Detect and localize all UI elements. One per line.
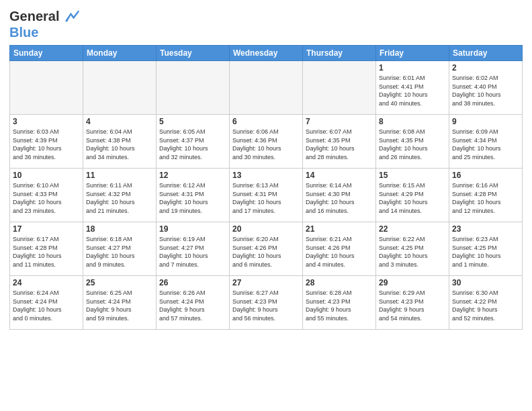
day-info: Sunrise: 6:15 AM Sunset: 4:29 PM Dayligh… xyxy=(379,181,446,215)
day-number: 15 xyxy=(379,171,446,180)
day-info: Sunrise: 6:22 AM Sunset: 4:25 PM Dayligh… xyxy=(379,235,446,269)
day-info: Sunrise: 6:28 AM Sunset: 4:23 PM Dayligh… xyxy=(306,289,373,322)
day-number: 3 xyxy=(13,117,80,126)
day-info: Sunrise: 6:09 AM Sunset: 4:34 PM Dayligh… xyxy=(452,128,519,161)
day-number: 23 xyxy=(452,224,519,234)
day-info: Sunrise: 6:08 AM Sunset: 4:35 PM Dayligh… xyxy=(379,128,446,161)
calendar-cell: 12Sunrise: 6:12 AM Sunset: 4:31 PM Dayli… xyxy=(157,169,230,222)
calendar-cell: 20Sunrise: 6:20 AM Sunset: 4:26 PM Dayli… xyxy=(230,222,303,276)
day-info: Sunrise: 6:14 AM Sunset: 4:30 PM Dayligh… xyxy=(306,181,373,215)
day-info: Sunrise: 6:27 AM Sunset: 4:23 PM Dayligh… xyxy=(232,289,300,322)
calendar-cell: 24Sunrise: 6:24 AM Sunset: 4:24 PM Dayli… xyxy=(10,276,83,330)
weekday-header-saturday: Saturday xyxy=(449,46,523,61)
day-info: Sunrise: 6:25 AM Sunset: 4:24 PM Dayligh… xyxy=(86,289,153,322)
day-number: 21 xyxy=(306,224,373,234)
day-number: 7 xyxy=(306,117,373,126)
day-number: 29 xyxy=(379,278,446,287)
day-info: Sunrise: 6:07 AM Sunset: 4:35 PM Dayligh… xyxy=(306,128,373,161)
calendar-cell: 6Sunrise: 6:06 AM Sunset: 4:36 PM Daylig… xyxy=(230,115,303,169)
day-info: Sunrise: 6:12 AM Sunset: 4:31 PM Dayligh… xyxy=(159,181,226,215)
calendar-header-row: SundayMondayTuesdayWednesdayThursdayFrid… xyxy=(10,46,523,61)
calendar-cell: 26Sunrise: 6:26 AM Sunset: 4:24 PM Dayli… xyxy=(157,276,230,330)
day-number: 25 xyxy=(86,278,153,287)
calendar-cell: 19Sunrise: 6:19 AM Sunset: 4:27 PM Dayli… xyxy=(157,222,230,276)
day-info: Sunrise: 6:29 AM Sunset: 4:23 PM Dayligh… xyxy=(379,289,446,322)
calendar-week-4: 17Sunrise: 6:17 AM Sunset: 4:28 PM Dayli… xyxy=(10,222,523,276)
calendar-cell: 23Sunrise: 6:23 AM Sunset: 4:25 PM Dayli… xyxy=(449,222,523,276)
calendar-cell xyxy=(10,61,83,115)
calendar-cell: 28Sunrise: 6:28 AM Sunset: 4:23 PM Dayli… xyxy=(303,276,376,330)
day-number: 8 xyxy=(379,117,446,126)
day-info: Sunrise: 6:04 AM Sunset: 4:38 PM Dayligh… xyxy=(86,128,153,161)
day-number: 19 xyxy=(159,224,226,234)
calendar-cell: 10Sunrise: 6:10 AM Sunset: 4:33 PM Dayli… xyxy=(10,169,83,222)
weekday-header-wednesday: Wednesday xyxy=(230,46,303,61)
day-number: 4 xyxy=(86,117,153,126)
day-info: Sunrise: 6:05 AM Sunset: 4:37 PM Dayligh… xyxy=(159,128,226,161)
day-info: Sunrise: 6:21 AM Sunset: 4:26 PM Dayligh… xyxy=(306,235,373,269)
weekday-header-tuesday: Tuesday xyxy=(157,46,230,61)
day-info: Sunrise: 6:11 AM Sunset: 4:32 PM Dayligh… xyxy=(86,181,153,215)
day-number: 11 xyxy=(86,171,153,180)
calendar-table: SundayMondayTuesdayWednesdayThursdayFrid… xyxy=(9,45,523,330)
calendar-cell: 5Sunrise: 6:05 AM Sunset: 4:37 PM Daylig… xyxy=(157,115,230,169)
calendar-cell: 7Sunrise: 6:07 AM Sunset: 4:35 PM Daylig… xyxy=(303,115,376,169)
calendar-cell: 29Sunrise: 6:29 AM Sunset: 4:23 PM Dayli… xyxy=(376,276,449,330)
weekday-header-friday: Friday xyxy=(376,46,449,61)
day-info: Sunrise: 6:02 AM Sunset: 4:40 PM Dayligh… xyxy=(452,74,519,107)
svg-marker-0 xyxy=(65,10,79,22)
calendar-cell: 14Sunrise: 6:14 AM Sunset: 4:30 PM Dayli… xyxy=(303,169,376,222)
day-number: 16 xyxy=(452,171,519,180)
calendar-cell: 22Sunrise: 6:22 AM Sunset: 4:25 PM Dayli… xyxy=(376,222,449,276)
day-number: 9 xyxy=(452,117,519,126)
day-number: 10 xyxy=(13,171,80,180)
calendar-week-1: 1Sunrise: 6:01 AM Sunset: 4:41 PM Daylig… xyxy=(10,61,523,115)
day-info: Sunrise: 6:23 AM Sunset: 4:25 PM Dayligh… xyxy=(452,235,519,269)
day-info: Sunrise: 6:26 AM Sunset: 4:24 PM Dayligh… xyxy=(159,289,226,322)
calendar-week-5: 24Sunrise: 6:24 AM Sunset: 4:24 PM Dayli… xyxy=(10,276,523,330)
calendar-cell: 25Sunrise: 6:25 AM Sunset: 4:24 PM Dayli… xyxy=(83,276,157,330)
calendar-cell: 9Sunrise: 6:09 AM Sunset: 4:34 PM Daylig… xyxy=(449,115,523,169)
calendar-cell: 17Sunrise: 6:17 AM Sunset: 4:28 PM Dayli… xyxy=(10,222,83,276)
calendar-cell: 8Sunrise: 6:08 AM Sunset: 4:35 PM Daylig… xyxy=(376,115,449,169)
weekday-header-sunday: Sunday xyxy=(10,46,83,61)
day-number: 24 xyxy=(13,278,80,287)
weekday-header-thursday: Thursday xyxy=(303,46,376,61)
calendar-cell: 21Sunrise: 6:21 AM Sunset: 4:26 PM Dayli… xyxy=(303,222,376,276)
day-number: 13 xyxy=(232,171,300,180)
day-info: Sunrise: 6:16 AM Sunset: 4:28 PM Dayligh… xyxy=(452,181,519,215)
day-info: Sunrise: 6:18 AM Sunset: 4:27 PM Dayligh… xyxy=(86,235,153,269)
day-info: Sunrise: 6:10 AM Sunset: 4:33 PM Dayligh… xyxy=(13,181,80,215)
day-number: 22 xyxy=(379,224,446,234)
day-number: 6 xyxy=(232,117,300,126)
calendar-cell: 11Sunrise: 6:11 AM Sunset: 4:32 PM Dayli… xyxy=(83,169,157,222)
weekday-header-monday: Monday xyxy=(83,46,157,61)
calendar-cell: 3Sunrise: 6:03 AM Sunset: 4:39 PM Daylig… xyxy=(10,115,83,169)
day-number: 18 xyxy=(86,224,153,234)
day-info: Sunrise: 6:30 AM Sunset: 4:22 PM Dayligh… xyxy=(452,289,519,322)
calendar-week-2: 3Sunrise: 6:03 AM Sunset: 4:39 PM Daylig… xyxy=(10,115,523,169)
day-info: Sunrise: 6:19 AM Sunset: 4:27 PM Dayligh… xyxy=(159,235,226,269)
day-number: 28 xyxy=(306,278,373,287)
logo: General Blue xyxy=(9,7,79,40)
day-info: Sunrise: 6:17 AM Sunset: 4:28 PM Dayligh… xyxy=(13,235,80,269)
day-info: Sunrise: 6:01 AM Sunset: 4:41 PM Dayligh… xyxy=(379,74,446,107)
day-info: Sunrise: 6:24 AM Sunset: 4:24 PM Dayligh… xyxy=(13,289,80,322)
calendar-cell: 2Sunrise: 6:02 AM Sunset: 4:40 PM Daylig… xyxy=(449,61,523,115)
calendar-cell: 15Sunrise: 6:15 AM Sunset: 4:29 PM Dayli… xyxy=(376,169,449,222)
calendar-cell: 13Sunrise: 6:13 AM Sunset: 4:31 PM Dayli… xyxy=(230,169,303,222)
day-number: 14 xyxy=(306,171,373,180)
logo-bird-icon xyxy=(60,7,79,26)
day-info: Sunrise: 6:03 AM Sunset: 4:39 PM Dayligh… xyxy=(13,128,80,161)
calendar-cell: 16Sunrise: 6:16 AM Sunset: 4:28 PM Dayli… xyxy=(449,169,523,222)
day-info: Sunrise: 6:13 AM Sunset: 4:31 PM Dayligh… xyxy=(232,181,300,215)
day-number: 12 xyxy=(159,171,226,180)
day-number: 2 xyxy=(452,63,519,73)
day-number: 20 xyxy=(232,224,300,234)
page: General Blue SundayMondayTuesdayWednesda… xyxy=(0,0,532,411)
calendar-cell: 1Sunrise: 6:01 AM Sunset: 4:41 PM Daylig… xyxy=(376,61,449,115)
calendar-cell: 4Sunrise: 6:04 AM Sunset: 4:38 PM Daylig… xyxy=(83,115,157,169)
day-number: 27 xyxy=(232,278,300,287)
logo-general: General xyxy=(9,9,59,24)
day-number: 5 xyxy=(159,117,226,126)
